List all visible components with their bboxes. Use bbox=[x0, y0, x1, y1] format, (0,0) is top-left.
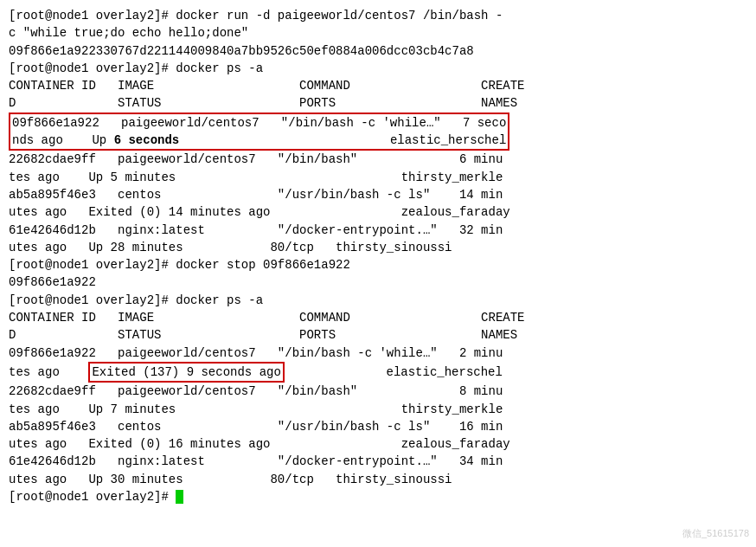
watermark: 微信_51615178 bbox=[682, 527, 749, 540]
cmd-line-1: [root@node1 overlay2]# docker run -d pai… bbox=[9, 9, 525, 110]
highlighted-block-1: 09f866e1a922 paigeeworld/centos7 "/bin/b… bbox=[9, 113, 509, 151]
container-row-2: 22682cdae9ff paigeeworld/centos7 "/bin/b… bbox=[9, 152, 510, 254]
remaining-containers: 22682cdae9ff paigeeworld/centos7 "/bin/b… bbox=[9, 384, 510, 504]
container-name-stopped: elastic_herschel bbox=[285, 365, 503, 379]
uptime-seconds: 6 seconds bbox=[114, 133, 180, 147]
cursor: █ bbox=[176, 490, 183, 504]
terminal-output: [root@node1 overlay2]# docker run -d pai… bbox=[9, 7, 747, 505]
terminal-window: [root@node1 overlay2]# docker run -d pai… bbox=[0, 0, 756, 547]
docker-stop-cmd: [root@node1 overlay2]# docker stop 09f86… bbox=[9, 258, 525, 342]
highlighted-block-2: Exited (137) 9 seconds ago bbox=[88, 362, 284, 383]
